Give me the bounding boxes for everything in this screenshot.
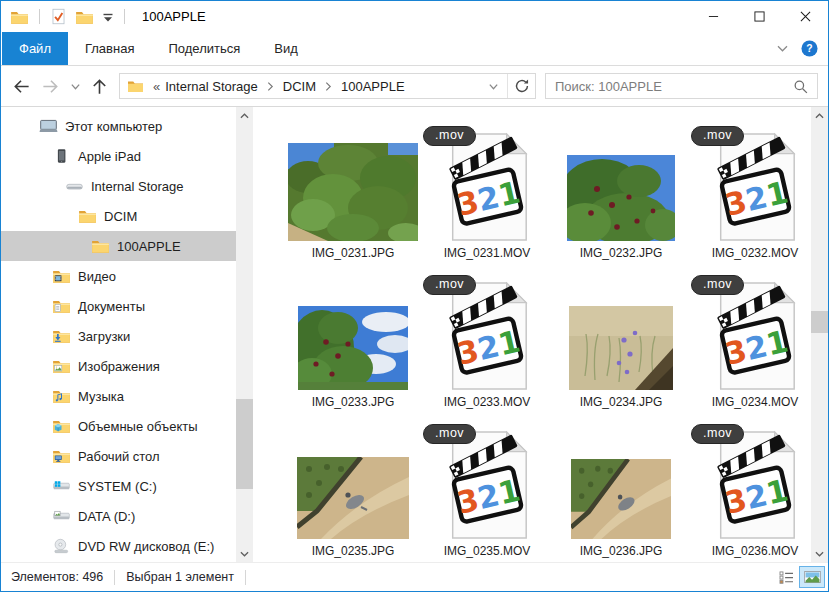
tree-item[interactable]: Apple iPad <box>1 141 236 171</box>
tab-поделиться[interactable]: Поделиться <box>151 32 257 65</box>
mov-thumbnail: 321.mov <box>438 430 536 543</box>
titlebar-separator <box>124 9 125 24</box>
tree-item[interactable]: DVD RW дисковод (E:) <box>1 531 236 561</box>
titlebar-separator <box>39 9 40 24</box>
tree-item[interactable]: 100APPLE <box>1 231 236 261</box>
system-drive-icon <box>52 478 71 494</box>
search-icon[interactable] <box>793 79 808 94</box>
explorer-window: 100APPLE ФайлГлавнаяПоделитьсяВид ? « In… <box>0 0 829 592</box>
file-name: IMG_0232.JPG <box>580 246 663 261</box>
breadcrumb-segment[interactable]: 100APPLE <box>338 79 408 94</box>
file-item[interactable]: IMG_0231.JPG <box>286 112 420 261</box>
file-item[interactable]: 321.movIMG_0232.MOV <box>688 112 822 261</box>
minimize-button[interactable] <box>690 1 736 32</box>
tree-item[interactable]: Этот компьютер <box>1 111 236 141</box>
file-item[interactable]: 321.movIMG_0236.MOV <box>688 410 822 559</box>
tab-файл[interactable]: Файл <box>2 32 68 65</box>
window-title: 100APPLE <box>142 9 206 24</box>
properties-button[interactable] <box>50 8 67 25</box>
objects3d-folder-icon <box>52 418 71 434</box>
file-list-pane: IMG_0231.JPG 321.movIMG_0231.MOVIMG_0232… <box>253 107 828 562</box>
tree-item-label: Документы <box>78 299 145 314</box>
forward-button[interactable] <box>36 72 65 100</box>
status-divider <box>245 570 246 585</box>
tab-вид[interactable]: Вид <box>257 32 315 65</box>
scroll-down-button[interactable] <box>811 545 828 562</box>
dvd-drive-icon <box>52 538 71 554</box>
scrollbar-thumb[interactable] <box>811 311 828 333</box>
breadcrumb-overflow-button[interactable]: « <box>149 79 162 94</box>
file-name: IMG_0231.JPG <box>312 246 395 261</box>
new-folder-button[interactable] <box>75 9 94 25</box>
status-divider <box>114 570 115 585</box>
close-button[interactable] <box>782 1 828 32</box>
svg-text:?: ? <box>806 43 812 54</box>
scroll-up-button[interactable] <box>236 107 253 124</box>
tree-item[interactable]: SYSTEM (C:) <box>1 471 236 501</box>
tree-item-label: DATA (D:) <box>78 509 135 524</box>
desktop-folder-icon <box>52 448 71 464</box>
address-dropdown-button[interactable] <box>480 74 508 98</box>
tab-главная[interactable]: Главная <box>68 32 151 65</box>
maximize-button[interactable] <box>736 1 782 32</box>
chevron-down-icon[interactable] <box>776 44 789 53</box>
tree-item[interactable]: DATA (D:) <box>1 501 236 531</box>
file-item[interactable]: 321.movIMG_0235.MOV <box>420 410 554 559</box>
tree-item[interactable]: Изображения <box>1 351 236 381</box>
tree-item-label: Рабочий стол <box>78 449 160 464</box>
photo-thumbnail <box>571 459 671 539</box>
mov-badge: .mov <box>423 424 476 444</box>
search-input[interactable]: Поиск: 100APPLE <box>545 73 818 99</box>
breadcrumb-segment[interactable]: Internal Storage <box>162 79 261 94</box>
file-item[interactable]: IMG_0236.JPG <box>554 410 688 559</box>
file-item[interactable]: IMG_0232.JPG <box>554 112 688 261</box>
tree-item-label: Объемные объекты <box>78 419 198 434</box>
crumb-chevron-icon[interactable] <box>319 81 338 92</box>
help-icon[interactable]: ? <box>801 40 818 57</box>
scroll-up-button[interactable] <box>811 107 828 124</box>
videos-folder-icon <box>52 268 71 284</box>
file-name: IMG_0233.JPG <box>312 395 395 410</box>
tree-item-label: Internal Storage <box>91 179 184 194</box>
scrollbar-thumb[interactable] <box>236 399 253 489</box>
file-item[interactable]: 321.movIMG_0234.MOV <box>688 261 822 410</box>
tree-item-label: Apple iPad <box>78 149 141 164</box>
tree-item-label: Музыка <box>78 389 124 404</box>
file-item[interactable]: 321.movIMG_0231.MOV <box>420 112 554 261</box>
refresh-button[interactable] <box>508 74 535 98</box>
tree-item-label: DVD RW дисковод (E:) <box>78 539 214 554</box>
tree-item[interactable]: Internal Storage <box>1 171 236 201</box>
file-item[interactable]: IMG_0234.JPG <box>554 261 688 410</box>
tree-item-label: Изображения <box>78 359 160 374</box>
tree-item[interactable]: Объемные объекты <box>1 411 236 441</box>
details-view-button[interactable] <box>773 566 799 588</box>
tree-item[interactable]: Видео <box>1 261 236 291</box>
scroll-down-button[interactable] <box>236 545 253 562</box>
ribbon-tab-bar: ФайлГлавнаяПоделитьсяВид ? <box>1 32 828 66</box>
tree-item[interactable]: Рабочий стол <box>1 441 236 471</box>
tree-item[interactable]: Музыка <box>1 381 236 411</box>
crumb-chevron-icon[interactable] <box>261 81 280 92</box>
file-item[interactable]: IMG_0235.JPG <box>286 410 420 559</box>
tree-item[interactable]: Загрузки <box>1 321 236 351</box>
file-item[interactable]: 321.movIMG_0233.MOV <box>420 261 554 410</box>
file-name: IMG_0236.JPG <box>580 544 663 559</box>
view-toggles <box>773 563 825 591</box>
folder-icon <box>127 79 144 93</box>
content-area: Этот компьютерApple iPadInternal Storage… <box>1 107 828 562</box>
address-bar: « Internal StorageDCIM100APPLE Поиск: 10… <box>1 66 828 107</box>
status-bar: Элементов: 496 Выбран 1 элемент <box>1 562 828 591</box>
thumbnails-view-button[interactable] <box>799 566 825 588</box>
file-name: IMG_0232.MOV <box>712 246 799 261</box>
breadcrumb-segment[interactable]: DCIM <box>280 79 319 94</box>
photo-thumbnail <box>298 306 408 390</box>
sidebar-scrollbar <box>236 107 253 562</box>
titlebar: 100APPLE <box>1 1 828 32</box>
up-button[interactable] <box>85 72 114 100</box>
tree-item[interactable]: Документы <box>1 291 236 321</box>
tree-item[interactable]: DCIM <box>1 201 236 231</box>
customize-qat-button[interactable] <box>102 11 114 23</box>
back-button[interactable] <box>7 72 36 100</box>
file-item[interactable]: IMG_0233.JPG <box>286 261 420 410</box>
recent-locations-button[interactable] <box>65 72 85 100</box>
